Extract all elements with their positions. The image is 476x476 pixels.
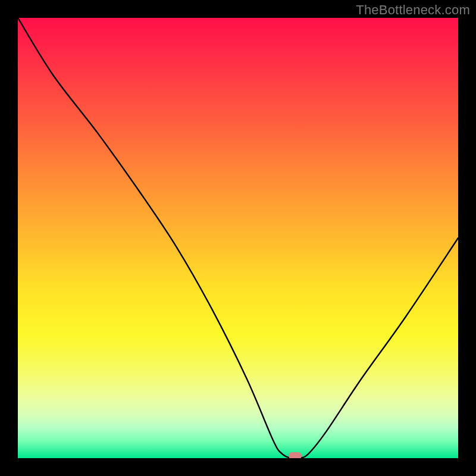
optimal-marker <box>289 452 302 458</box>
plot-area <box>18 18 458 458</box>
watermark-text: TheBottleneck.com <box>356 2 470 18</box>
chart-frame: TheBottleneck.com <box>0 0 476 476</box>
bottleneck-curve-path <box>18 18 458 458</box>
bottleneck-curve-svg <box>18 18 458 458</box>
